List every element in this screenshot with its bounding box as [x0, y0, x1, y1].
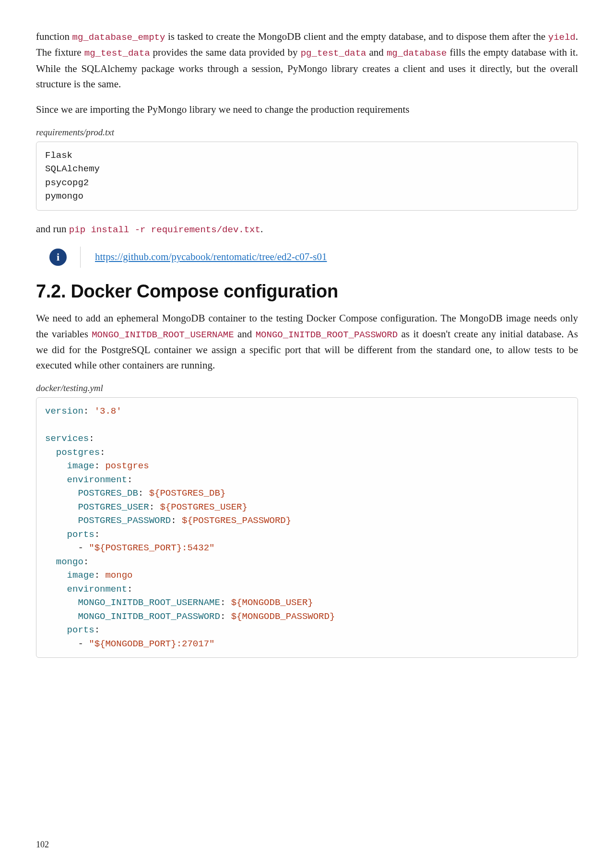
yaml-value: ${POSTGRES_DB} — [149, 488, 226, 499]
yaml-key: version — [45, 406, 83, 416]
text: is tasked to create the MongoDB client a… — [165, 31, 548, 42]
yaml-key: mongo — [56, 557, 83, 567]
text: function — [36, 31, 72, 42]
code-mg-database: mg_database — [387, 48, 447, 59]
yaml-value: ${POSTGRES_PASSWORD} — [182, 515, 291, 526]
yaml-key: ports — [67, 529, 94, 540]
yaml-value: ${MONGODB_USER} — [231, 597, 313, 608]
yaml-key: POSTGRES_PASSWORD — [78, 515, 171, 526]
info-icon-glyph: i — [57, 251, 59, 263]
yaml-key: environment — [67, 475, 127, 485]
code-block-docker-yaml: version: '3.8' services: postgres: image… — [36, 397, 578, 658]
text: and — [234, 328, 256, 340]
code-mongo-initdb-pass: MONGO_INITDB_ROOT_PASSWORD — [256, 330, 398, 340]
yaml-key: MONGO_INITDB_ROOT_PASSWORD — [78, 611, 220, 622]
section-heading: 7.2. Docker Compose configuration — [36, 281, 578, 302]
yaml-key: services — [45, 433, 89, 444]
yaml-value: "${POSTGRES_PORT}:5432" — [89, 543, 214, 553]
yaml-key: image — [67, 570, 94, 581]
code-mg-database-empty: mg_database_empty — [72, 32, 165, 43]
code-yield: yield — [548, 32, 576, 43]
code-mongo-initdb-user: MONGO_INITDB_ROOT_USERNAME — [92, 330, 234, 340]
info-admonition: i https://github.com/pycabook/rentomatic… — [36, 247, 578, 268]
yaml-value: ${POSTGRES_USER} — [160, 502, 247, 512]
yaml-value: ${MONGODB_PASSWORD} — [231, 611, 335, 622]
yaml-key: MONGO_INITDB_ROOT_USERNAME — [78, 597, 220, 608]
paragraph-req-note: Since we are importing the PyMongo libra… — [36, 102, 578, 118]
yaml-value: mongo — [105, 570, 132, 581]
text: and — [366, 47, 387, 58]
yaml-key: postgres — [56, 447, 100, 458]
code-mg-test-data: mg_test_data — [84, 48, 150, 59]
paragraph-docker-compose: We need to add an ephemeral MongoDB cont… — [36, 310, 578, 373]
yaml-key: image — [67, 461, 94, 471]
info-icon: i — [49, 249, 67, 266]
text: . — [260, 223, 263, 235]
code-pip-install: pip install -r requirements/dev.txt — [69, 225, 260, 235]
admonition-separator — [80, 247, 81, 268]
text: and run — [36, 223, 69, 235]
yaml-value: postgres — [105, 461, 149, 471]
yaml-key: POSTGRES_USER — [78, 502, 149, 512]
page-number: 102 — [36, 840, 49, 850]
code-pg-test-data: pg_test_data — [301, 48, 366, 59]
info-link[interactable]: https://github.com/pycabook/rentomatic/t… — [95, 251, 327, 263]
paragraph-intro: function mg_database_empty is tasked to … — [36, 29, 578, 92]
text: provides the same data provided by — [150, 47, 301, 58]
listing-caption-requirements: requirements/prod.txt — [36, 127, 578, 138]
paragraph-pip-install: and run pip install -r requirements/dev.… — [36, 221, 578, 237]
yaml-key: POSTGRES_DB — [78, 488, 138, 499]
page-content: function mg_database_empty is tasked to … — [0, 0, 614, 658]
yaml-key: environment — [67, 584, 127, 595]
yaml-key: ports — [67, 625, 94, 635]
code-block-requirements: Flask SQLAlchemy psycopg2 pymongo — [36, 142, 578, 211]
listing-caption-docker: docker/testing.yml — [36, 383, 578, 393]
yaml-value: '3.8' — [94, 406, 122, 416]
yaml-value: "${MONGODB_PORT}:27017" — [89, 639, 214, 649]
